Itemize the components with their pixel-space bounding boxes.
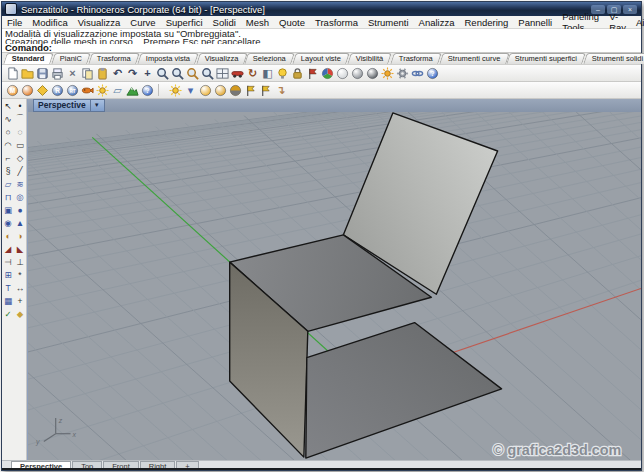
menu-item-modifica[interactable]: Modifica (27, 17, 72, 28)
toolbar-tab-strumenti-curve[interactable]: Strumenti curve (439, 53, 509, 64)
boolean-union-icon[interactable]: ◐ (2, 229, 14, 242)
zoom-dynamic-icon[interactable] (155, 66, 170, 80)
viewport-tab-front[interactable]: Front (103, 461, 139, 468)
menu-item-strumenti[interactable]: Strumenti (363, 17, 414, 28)
viewport-menu-caret-icon[interactable]: ▼ (90, 100, 100, 111)
open-file-icon[interactable] (20, 66, 35, 80)
text-icon[interactable]: T (2, 281, 14, 294)
join-icon[interactable]: ⊞ (2, 268, 14, 281)
menu-item-quote[interactable]: Quote (274, 17, 310, 28)
menu-item-pannelli[interactable]: Pannelli (513, 17, 557, 28)
viewport-title-tab[interactable]: Perspective ▼ (33, 99, 105, 112)
zoom-selected-icon[interactable] (185, 66, 200, 80)
viewport-tab-perspective[interactable]: Perspective (11, 461, 71, 468)
move-icon[interactable]: + (140, 66, 155, 80)
viewport-tab-right[interactable]: Right (140, 461, 176, 468)
polyline-icon[interactable]: ⌐ (2, 151, 14, 164)
toolbar-tab-strumenti-solidi[interactable]: Strumenti solidi (583, 53, 644, 64)
fillet-icon[interactable]: ◢ (2, 242, 14, 255)
menu-item-file[interactable]: File (2, 17, 27, 28)
line-icon[interactable]: ╱ (14, 164, 26, 177)
delete-icon[interactable]: × (65, 66, 80, 80)
toolbar-tab-strumenti-superfici[interactable]: Strumenti superfici (506, 53, 586, 64)
zoom-window-icon[interactable] (170, 66, 185, 80)
copy-icon[interactable] (80, 66, 95, 80)
vray-plane-icon[interactable]: ▱ (110, 83, 125, 97)
shaded-display-icon[interactable] (350, 66, 365, 80)
save-file-icon[interactable] (35, 66, 50, 80)
viewport-tab-new[interactable]: + (176, 461, 198, 468)
toolbar-tab-imposta-vista[interactable]: Imposta vista (137, 53, 199, 64)
rectangle-icon[interactable]: ▭ (14, 138, 26, 151)
sun-icon[interactable] (380, 66, 395, 80)
dimension-icon[interactable]: ↔ (14, 281, 26, 294)
toolbar-tab-seleziona[interactable]: Seleziona (245, 53, 296, 64)
material-ball-2-icon[interactable] (213, 83, 228, 97)
viewport-tab-top[interactable]: Top (72, 461, 102, 468)
menu-item-superfici[interactable]: Superfici (161, 17, 208, 28)
vray-fish-icon[interactable] (80, 83, 95, 97)
zoom-extents-icon[interactable] (200, 66, 215, 80)
explode-icon[interactable]: * (14, 268, 26, 281)
circle-icon[interactable]: ○ (2, 125, 14, 138)
vray-materials-icon[interactable]: M (5, 83, 20, 97)
command-prompt[interactable]: Comando: (2, 44, 641, 53)
vray-sun-icon[interactable] (95, 83, 110, 97)
set-view-icon[interactable]: ◧ (260, 66, 275, 80)
flag-a-icon[interactable] (243, 83, 258, 97)
gumball-icon[interactable]: + (14, 294, 26, 307)
return-arrow-icon[interactable]: ↴ (273, 83, 288, 97)
cone-icon[interactable]: ▲ (14, 216, 26, 229)
chamfer-icon[interactable]: ◣ (14, 242, 26, 255)
arc-icon[interactable]: ◠ (2, 138, 14, 151)
wireframe-display-icon[interactable] (335, 66, 350, 80)
flag-b-icon[interactable] (258, 83, 273, 97)
curve-icon[interactable]: ∿ (2, 112, 14, 125)
vray-asset-icon[interactable] (20, 83, 35, 97)
toolbar-tab-visualizza[interactable]: Visualizza (196, 53, 247, 64)
boolean-difference-icon[interactable]: ◑ (14, 229, 26, 242)
lamp-small-icon[interactable]: ◆ (14, 307, 26, 320)
vray-render-icon[interactable]: R (50, 83, 65, 97)
menu-item-visualizza[interactable]: Visualizza (73, 17, 126, 28)
cylinder-icon[interactable]: ◉ (2, 216, 14, 229)
toolbar-tab-pianic[interactable]: PianiC (51, 53, 91, 64)
vray-library-icon[interactable] (35, 83, 50, 97)
help-icon[interactable]: ? (425, 66, 440, 80)
rotate-view-icon[interactable]: ↻ (245, 66, 260, 80)
lamp-icon[interactable] (275, 66, 290, 80)
vray-about-icon[interactable]: ? (140, 83, 155, 97)
paste-icon[interactable] (95, 66, 110, 80)
undo-icon[interactable]: ↶ (110, 66, 125, 80)
menu-item-solidi[interactable]: Solidi (208, 17, 241, 28)
menu-item-aiuti[interactable]: Aiuti (631, 17, 644, 28)
rendered-display-icon[interactable] (365, 66, 380, 80)
material-ball-3-icon[interactable] (228, 83, 243, 97)
viewport-scene[interactable]: zxy© grafica2d3d.com (28, 112, 641, 461)
ground-plane-icon[interactable]: ▾ (183, 83, 198, 97)
surface-icon[interactable]: ▱ (2, 177, 14, 190)
toolbar-tab-trasforma[interactable]: Trasforma (88, 53, 139, 64)
new-document-icon[interactable] (5, 66, 20, 80)
check-icon[interactable]: ✓ (2, 307, 14, 320)
menu-item-rendering[interactable]: Rendering (460, 17, 514, 28)
layer-flag-icon[interactable] (305, 66, 320, 80)
color-wheel-icon[interactable] (320, 66, 335, 80)
box-icon[interactable]: ▣ (2, 203, 14, 216)
viewport-perspective[interactable]: Perspective ▼ zxy© grafica2d3d.com (27, 99, 641, 461)
toolbar-tab-layout-viste[interactable]: Layout viste (293, 53, 351, 64)
material-ball-1-icon[interactable] (198, 83, 213, 97)
gears-icon[interactable] (395, 66, 410, 80)
loft-icon[interactable]: ≋ (14, 177, 26, 190)
lock-icon[interactable] (290, 66, 305, 80)
point-icon[interactable]: • (14, 99, 26, 112)
ellipse-icon[interactable]: ◌ (14, 125, 26, 138)
toolbar-tab-trasforma[interactable]: Trasforma (390, 53, 441, 64)
array-icon[interactable]: ▦ (2, 294, 14, 307)
menu-item-curve[interactable]: Curve (125, 17, 160, 28)
helix-icon[interactable]: § (2, 164, 14, 177)
select-arrow-icon[interactable]: ↖ (2, 99, 14, 112)
vray-displacement-icon[interactable] (125, 83, 140, 97)
sphere-icon[interactable]: ● (14, 203, 26, 216)
menu-item-mesh[interactable]: Mesh (241, 17, 274, 28)
